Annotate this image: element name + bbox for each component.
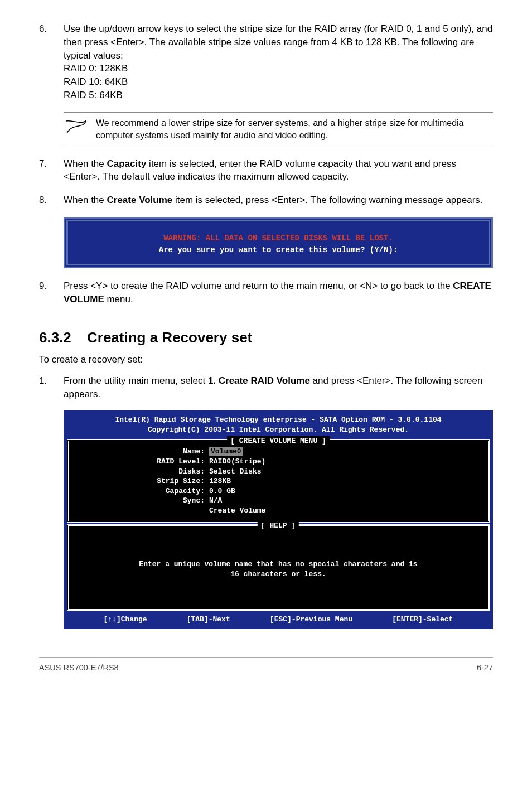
- step-8: 8. When the Create Volume item is select…: [39, 194, 493, 207]
- bios-header-line1: Intel(R) Rapid Storage Technology enterp…: [69, 415, 487, 425]
- step-7-bold: Capacity: [107, 158, 147, 169]
- kv-name-v: Volume0: [209, 447, 243, 456]
- kv-raid-k: RAID Level:: [76, 457, 209, 467]
- step-number: 6.: [39, 22, 64, 102]
- step-number: 7.: [39, 157, 64, 184]
- section-title-text: Creating a Recovery set: [87, 327, 252, 347]
- s2-1-bold: 1. Create RAID Volume: [208, 375, 310, 386]
- bios-screen: Intel(R) Rapid Storage Technology enterp…: [64, 410, 493, 629]
- kv-sync-k: Sync:: [76, 496, 209, 506]
- footer-key-change: [↑↓]Change: [104, 615, 147, 625]
- step-9-p2: menu.: [104, 294, 133, 305]
- panel-title-help: [ HELP ]: [258, 521, 299, 531]
- footer-left: ASUS RS700-E7/RS8: [39, 662, 119, 673]
- step-9: 9. Press <Y> to create the RAID volume a…: [39, 279, 493, 306]
- page-footer: ASUS RS700-E7/RS8 6-27: [39, 657, 493, 673]
- step-6: 6. Use the up/down arrow keys to select …: [39, 22, 493, 102]
- step-7-p1: When the: [64, 158, 107, 169]
- create-volume-panel: [ CREATE VOLUME MENU ] Name:Volume0 RAID…: [67, 439, 490, 523]
- help-panel: [ HELP ] Enter a unique volume name that…: [67, 524, 490, 611]
- note-block: We recommend a lower stripe size for ser…: [64, 112, 493, 146]
- kv-strip-v: 128KB: [209, 476, 480, 486]
- step-6-line3: RAID 5: 64KB: [64, 90, 123, 100]
- step2-1: 1. From the utility main menu, select 1.…: [39, 374, 493, 401]
- step-6-text: Use the up/down arrow keys to select the…: [64, 23, 492, 61]
- help-line1: Enter a unique volume name that has no s…: [82, 559, 475, 569]
- intro-text: To create a recovery set:: [39, 353, 493, 366]
- step-7: 7. When the Capacity item is selected, e…: [39, 157, 493, 184]
- bios-warning-box: WARNING: ALL DATA ON SELECTED DISKS WILL…: [64, 217, 493, 268]
- kv-create-v: Create Volume: [209, 506, 480, 516]
- step-number: 8.: [39, 194, 64, 207]
- footer-key-tab: [TAB]-Next: [187, 615, 230, 625]
- step-6-line1: RAID 0: 128KB: [64, 63, 128, 74]
- kv-name-k: Name:: [76, 447, 209, 457]
- step-number: 9.: [39, 279, 64, 306]
- step-number: 1.: [39, 374, 64, 401]
- step-6-line2: RAID 10: 64KB: [64, 76, 128, 87]
- note-icon: [64, 117, 88, 137]
- step-9-p1: Press <Y> to create the RAID volume and …: [64, 281, 453, 291]
- bios-header-line2: Copyright(C) 2003-11 Intel Corporation. …: [69, 425, 487, 435]
- section-number: 6.3.2: [39, 327, 87, 347]
- s2-1-p1: From the utility main menu, select: [64, 375, 208, 386]
- warning-red-line: WARNING: ALL DATA ON SELECTED DISKS WILL…: [77, 233, 480, 244]
- kv-raid-v: RAID0(Stripe): [209, 457, 480, 467]
- section-heading: 6.3.2 Creating a Recovery set: [39, 327, 493, 347]
- panel-title-create: [ CREATE VOLUME MENU ]: [227, 436, 330, 446]
- step-8-bold: Create Volume: [107, 195, 173, 205]
- kv-cap-k: Capacity:: [76, 486, 209, 496]
- kv-disks-v: Select Disks: [209, 467, 480, 477]
- kv-disks-k: Disks:: [76, 467, 209, 477]
- warning-prompt: Are you sure you want to create this vol…: [77, 244, 480, 256]
- help-line2: 16 characters or less.: [82, 569, 475, 579]
- note-text: We recommend a lower stripe size for ser…: [96, 117, 493, 142]
- kv-strip-k: Strip Size:: [76, 476, 209, 486]
- kv-sync-v: N/A: [209, 496, 480, 506]
- step-8-p1: When the: [64, 195, 107, 205]
- footer-key-esc: [ESC]-Previous Menu: [270, 615, 352, 625]
- footer-key-enter: [ENTER]-Select: [392, 615, 453, 625]
- kv-cap-v: 0.0 GB: [209, 486, 480, 496]
- step-8-p2: item is selected, press <Enter>. The fol…: [172, 195, 482, 205]
- footer-right: 6-27: [477, 662, 493, 673]
